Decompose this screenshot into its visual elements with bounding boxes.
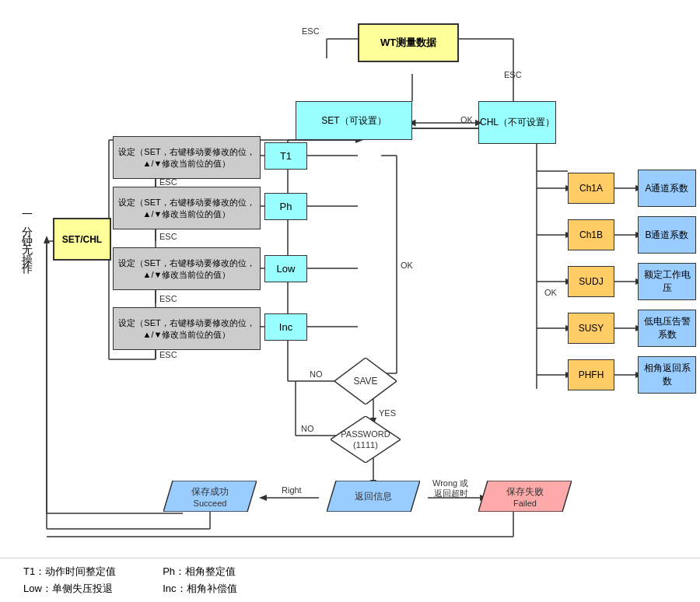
svg-text:Wrong 或: Wrong 或 xyxy=(432,478,468,488)
t1-desc: 设定（SET，右键移动要修改的位，▲/▼修改当前位的值） xyxy=(113,136,261,179)
diagram: ESC ESC ESC ESC OK NO YES xyxy=(0,0,700,560)
chl-node: CHL（不可设置） xyxy=(478,101,556,144)
save-fail: 保存失败 Failed xyxy=(478,481,572,512)
one-minute-label: 一 分 钟 无 操 作 xyxy=(16,78,39,389)
svg-text:SAVE: SAVE xyxy=(353,376,377,387)
svg-text:ESC: ESC xyxy=(504,70,522,79)
legend-col-2: Ph：相角整定值 Inc：相角补偿值 xyxy=(163,565,236,596)
inc-desc: 设定（SET，右键移动要修改的位，▲/▼修改当前位的值） xyxy=(113,307,261,350)
wt-node: WT测量数据 xyxy=(358,23,459,62)
svg-text:保存失败: 保存失败 xyxy=(506,486,544,497)
set-node: SET（可设置） xyxy=(296,101,412,140)
svg-text:Failed: Failed xyxy=(513,499,537,508)
svg-marker-57 xyxy=(259,495,267,501)
t1-node: T1 xyxy=(264,142,307,170)
password-diamond: PASSWORD (1111) xyxy=(331,416,401,463)
phfh-node: PHFH xyxy=(568,359,614,390)
svg-text:保存成功: 保存成功 xyxy=(191,486,229,497)
svg-text:返回超时: 返回超时 xyxy=(434,488,468,498)
return-info: 返回信息 xyxy=(327,481,420,512)
legend: T1：动作时间整定值 Low：单侧失压投退 Ph：相角整定值 Inc：相角补偿值 xyxy=(0,558,700,602)
svg-text:OK: OK xyxy=(401,261,414,270)
svg-text:OK: OK xyxy=(544,288,558,297)
legend-inc: Inc：相角补偿值 xyxy=(163,582,236,596)
phase-coeff-node: 相角返回系数 xyxy=(638,356,696,394)
low-desc: 设定（SET，右键移动要修改的位，▲/▼修改当前位的值） xyxy=(113,247,261,290)
svg-text:NO: NO xyxy=(310,369,323,379)
save-success: 保存成功 Succeed xyxy=(163,481,257,512)
ph-desc: 设定（SET，右键移动要修改的位，▲/▼修改当前位的值） xyxy=(113,187,261,229)
ch1a-node: Ch1A xyxy=(568,173,614,204)
susy-node: SUSY xyxy=(568,313,614,344)
set-chl-arrow xyxy=(412,115,482,131)
svg-text:ESC: ESC xyxy=(159,350,177,359)
svg-text:ESC: ESC xyxy=(159,232,177,241)
legend-t1: T1：动作时间整定值 xyxy=(23,565,116,579)
low-node: Low xyxy=(264,255,307,282)
svg-marker-104 xyxy=(331,416,401,463)
inc-node: Inc xyxy=(264,313,307,341)
legend-ph: Ph：相角整定值 xyxy=(163,565,236,579)
svg-text:Right: Right xyxy=(282,485,302,495)
setchl-node: SET/CHL xyxy=(53,218,111,261)
b-coeff-node: B通道系数 xyxy=(638,216,696,254)
sudj-node: SUDJ xyxy=(568,266,614,297)
a-coeff-node: A通道系数 xyxy=(638,170,696,207)
svg-text:ESC: ESC xyxy=(302,26,320,36)
ph-node: Ph xyxy=(264,193,307,220)
svg-text:ESC: ESC xyxy=(159,294,177,303)
svg-text:PASSWORD: PASSWORD xyxy=(341,429,390,439)
legend-low: Low：单侧失压投退 xyxy=(23,582,116,596)
svg-text:返回信息: 返回信息 xyxy=(355,491,392,502)
svg-text:NO: NO xyxy=(301,424,314,433)
rated-v-node: 额定工作电压 xyxy=(638,263,696,300)
svg-text:(1111): (1111) xyxy=(353,440,378,450)
svg-marker-69 xyxy=(44,236,50,243)
save-diamond: SAVE xyxy=(334,358,397,404)
legend-col-1: T1：动作时间整定值 Low：单侧失压投退 xyxy=(23,565,116,596)
svg-text:Succeed: Succeed xyxy=(194,499,227,508)
low-v-node: 低电压告警系数 xyxy=(638,310,696,347)
ch1b-node: Ch1B xyxy=(568,219,614,250)
